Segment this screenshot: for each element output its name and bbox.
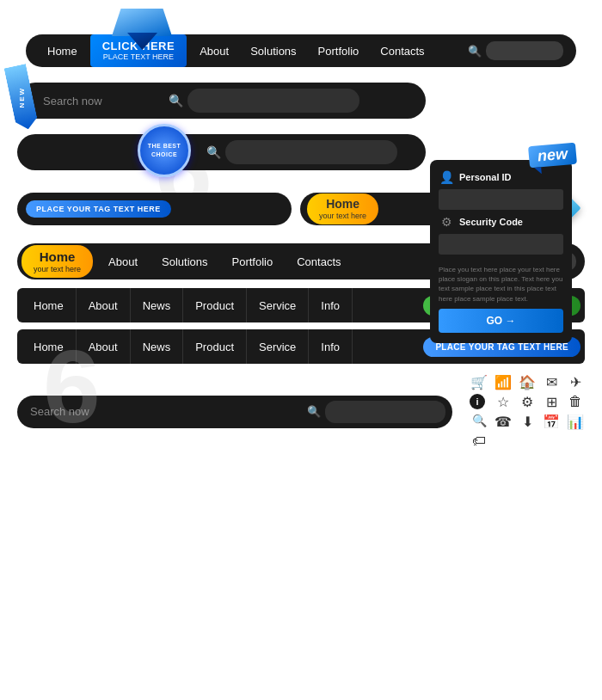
cart-icon[interactable]: 🛒	[470, 374, 488, 390]
navbar1: Home CLICK HERE PLACE TEXT HERE About So…	[26, 34, 576, 67]
navbar1-search-icon: 🔍	[468, 45, 482, 58]
search-input-2[interactable]	[225, 140, 397, 164]
search-input-1[interactable]	[187, 89, 359, 113]
search-input-area-2: 🔍	[206, 140, 419, 164]
navbar1-portfolio[interactable]: Portfolio	[310, 45, 368, 58]
navbar3-service[interactable]: Service	[247, 288, 309, 322]
bottom-search-label: Search now	[30, 405, 307, 418]
login-widget: new 👤 Personal ID ⚙ Security Code Place …	[430, 160, 572, 343]
search-small-icon[interactable]: 🔍	[470, 414, 488, 430]
personal-id-input[interactable]	[439, 189, 563, 210]
navbar1-solutions[interactable]: Solutions	[242, 45, 304, 58]
personal-id-row: 👤 Personal ID	[439, 170, 563, 184]
phone-icon[interactable]: ☎	[494, 414, 513, 430]
search-icon-2: 🔍	[206, 145, 221, 159]
navbar4-info[interactable]: Info	[309, 329, 353, 364]
navbar3-home[interactable]: Home	[22, 288, 77, 322]
login-description: Place you text here place your text here…	[439, 265, 563, 304]
download-icon[interactable]: ⬇	[518, 414, 537, 430]
search-bar-1: Search now 🔍	[17, 83, 426, 119]
bottom-search-bar: Search now 🔍	[17, 396, 452, 428]
blue-tag-bar: PLACE YOUR TAG TEXT HERE	[17, 193, 292, 225]
security-code-input[interactable]	[439, 234, 563, 255]
navbar4-product[interactable]: Product	[183, 329, 247, 364]
user-icon: 👤	[439, 170, 454, 184]
navbar2-solutions[interactable]: Solutions	[153, 255, 216, 268]
tag-icon[interactable]: 🏷	[470, 433, 488, 449]
search-bar-2: 🔍	[17, 134, 426, 170]
home-icon[interactable]: 🏠	[518, 374, 537, 390]
navbar4-service[interactable]: Service	[247, 329, 309, 364]
info-icon[interactable]: i	[470, 394, 485, 409]
gear-login-icon: ⚙	[439, 215, 454, 229]
navbar4-about[interactable]: About	[77, 329, 131, 364]
chart-icon[interactable]: 📊	[566, 414, 585, 430]
personal-id-label: Personal ID	[459, 172, 512, 182]
trash-icon[interactable]: 🗑	[566, 394, 585, 410]
security-code-row: ⚙ Security Code	[439, 215, 563, 229]
search-label-1: Search now	[43, 95, 169, 107]
navbar2-portfolio[interactable]: Portfolio	[224, 255, 282, 268]
best-choice-badge: THE BEST CHOICE	[138, 124, 191, 177]
navbar3-info[interactable]: Info	[309, 288, 353, 322]
navbar2-home-button[interactable]: Home your text here	[22, 245, 93, 279]
navbar1-home[interactable]: Home	[39, 45, 86, 58]
email-icon[interactable]: ✉	[542, 374, 561, 390]
bottom-section: Search now 🔍 🛒 📶 🏠 ✉ ✈ i ☆ ⚙ ⊞ 🗑 🔍 ☎ ⬇ 📅…	[17, 374, 585, 449]
security-code-label: Security Code	[459, 217, 523, 227]
navbar3-product[interactable]: Product	[183, 288, 247, 322]
best-choice-text: THE BEST CHOICE	[140, 142, 188, 159]
navbar1-search-input[interactable]	[486, 41, 563, 60]
icon-grid: 🛒 📶 🏠 ✉ ✈ i ☆ ⚙ ⊞ 🗑 🔍 ☎ ⬇ 📅 📊 🏷	[470, 374, 585, 449]
navbar1-about[interactable]: About	[191, 45, 237, 58]
navbar2-about[interactable]: About	[100, 255, 146, 268]
blue-tag-label[interactable]: PLACE YOUR TAG TEXT HERE	[26, 200, 171, 218]
navbar4-news[interactable]: News	[131, 329, 184, 364]
cta-sub: PLACE TEXT HERE	[102, 52, 175, 62]
gear-icon[interactable]: ⚙	[518, 394, 537, 410]
navbar3-news[interactable]: News	[131, 288, 184, 322]
new-tag: new	[528, 143, 577, 169]
navbar1-contacts[interactable]: Contacts	[372, 45, 433, 58]
search-input-area-1: 🔍	[169, 89, 419, 113]
wifi-icon[interactable]: 📶	[494, 374, 513, 390]
calendar-icon[interactable]: 📅	[542, 414, 561, 430]
bottom-search-input[interactable]	[325, 401, 445, 423]
bottom-search-icon: 🔍	[307, 405, 321, 418]
navbar4-home[interactable]: Home	[22, 329, 77, 364]
navbar3-about[interactable]: About	[77, 288, 131, 322]
new-ribbon-text: NEW	[17, 87, 25, 108]
star-icon[interactable]: ☆	[494, 394, 513, 410]
grid-icon[interactable]: ⊞	[542, 394, 561, 410]
go-button[interactable]: GO →	[439, 309, 563, 333]
navbar2-contacts[interactable]: Contacts	[288, 255, 349, 268]
search-icon-1: 🔍	[169, 94, 183, 107]
plane-icon[interactable]: ✈	[566, 374, 585, 390]
navbar1-search: 🔍	[468, 41, 563, 60]
orange-tag-label[interactable]: Home your text here	[307, 193, 378, 224]
